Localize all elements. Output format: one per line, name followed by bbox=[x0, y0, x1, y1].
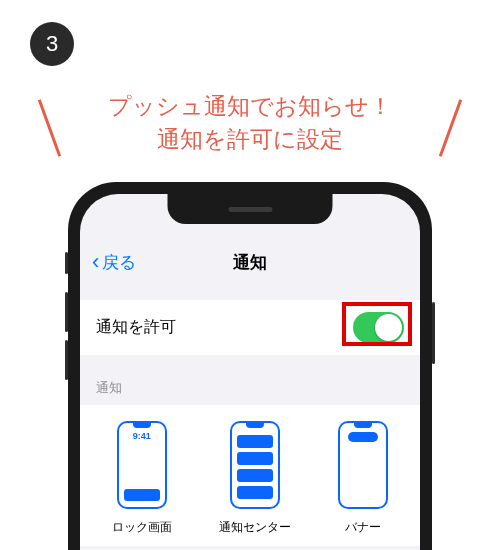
alert-styles-group: 9:41 ロック画面 通知センター bbox=[80, 405, 420, 546]
alert-style-label: 通知センター bbox=[219, 519, 291, 536]
headline-line-1: プッシュ通知でお知らせ！ bbox=[108, 93, 392, 119]
allow-notifications-toggle[interactable] bbox=[353, 312, 404, 343]
phone-screen: ‹ 戻る 通知 通知を許可 通知 9:41 ロック画面 bbox=[80, 194, 420, 550]
alert-style-notification-center[interactable]: 通知センター bbox=[219, 421, 291, 536]
alert-style-lock-screen[interactable]: 9:41 ロック画面 bbox=[112, 421, 172, 536]
alert-style-banner[interactable]: バナー bbox=[338, 421, 388, 536]
phone-speaker bbox=[228, 207, 272, 212]
phone-frame: ‹ 戻る 通知 通知を許可 通知 9:41 ロック画面 bbox=[68, 182, 432, 550]
headline: プッシュ通知でお知らせ！ 通知を許可に設定 bbox=[0, 90, 500, 157]
phone-power-button bbox=[432, 302, 435, 364]
alert-style-label: バナー bbox=[345, 519, 381, 536]
nav-bar: ‹ 戻る 通知 bbox=[80, 242, 420, 282]
banner-preview-icon bbox=[338, 421, 388, 509]
phone-volume-down bbox=[65, 340, 68, 380]
notification-center-preview-icon bbox=[230, 421, 280, 509]
phone-volume-up bbox=[65, 292, 68, 332]
chevron-left-icon: ‹ bbox=[92, 251, 99, 273]
back-button[interactable]: ‹ 戻る bbox=[92, 251, 136, 274]
step-number: 3 bbox=[46, 31, 58, 57]
back-label: 戻る bbox=[102, 251, 136, 274]
section-header-alerts: 通知 bbox=[96, 379, 404, 397]
lock-screen-preview-icon: 9:41 bbox=[117, 421, 167, 509]
headline-line-2: 通知を許可に設定 bbox=[157, 126, 343, 152]
allow-notifications-row[interactable]: 通知を許可 bbox=[80, 300, 420, 355]
allow-notifications-group: 通知を許可 bbox=[80, 300, 420, 355]
phone-silent-switch bbox=[65, 252, 68, 274]
alert-style-label: ロック画面 bbox=[112, 519, 172, 536]
step-badge: 3 bbox=[30, 22, 74, 66]
phone-notch bbox=[168, 194, 333, 224]
lock-screen-time: 9:41 bbox=[119, 431, 165, 441]
allow-notifications-label: 通知を許可 bbox=[96, 317, 176, 338]
toggle-knob bbox=[375, 314, 402, 341]
